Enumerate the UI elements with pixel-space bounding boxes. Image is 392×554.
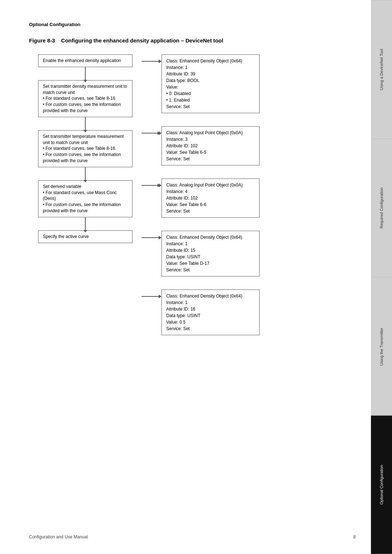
right-flow: Class: Enhanced Density Object (0x64) In… — [142, 54, 348, 335]
right-row-row5: Class: Enhanced Density Object (0x64) In… — [142, 290, 348, 335]
arrow-wrap-row5 — [142, 295, 162, 298]
tab-optional-label: Optional Configuration — [379, 465, 384, 505]
arrow-head2-row2 — [159, 131, 162, 135]
arrow-head-row1 — [159, 59, 162, 63]
tab-transmitter[interactable]: Using the Transmitter — [371, 277, 392, 416]
v-connector-2 — [85, 167, 86, 180]
section-heading: Optional Configuration — [29, 22, 348, 27]
v-connector-3 — [85, 217, 86, 230]
right-box-row5: Class: Enhanced Density Object (0x64) In… — [162, 290, 260, 335]
footer-left: Configuration and Use Manual — [29, 534, 88, 539]
left-box-row2: Set transmitter density measurement unit… — [38, 80, 132, 117]
left-box-row4: Set derived variable • For standard curv… — [38, 180, 132, 217]
right-box-row2: Class: Analog Input Point Object (0x0A) … — [162, 126, 260, 165]
right-row-row3: Class: Analog Input Point Object (0x0A) … — [142, 178, 348, 218]
arrow-line-row5 — [142, 296, 159, 297]
right-spacer-0 — [142, 113, 348, 126]
arrow-wrap-row3 — [142, 184, 162, 187]
main-content: Optional Configuration Figure 8-3 Config… — [0, 0, 370, 364]
left-flow: Enable the enhanced density applicationS… — [29, 54, 142, 335]
tab-required-label: Required Configuration — [379, 188, 384, 229]
arrow-head2-row3 — [159, 184, 162, 187]
footer-right: 8 — [353, 534, 356, 539]
tab-required[interactable]: Required Configuration — [371, 139, 392, 277]
figure-title: Figure 8-3 Configuring the enhanced dens… — [29, 37, 348, 44]
tab-optional[interactable]: Optional Configuration — [371, 415, 392, 554]
right-row-row4: Class: Enhanced Density Object (0x64) In… — [142, 231, 348, 276]
right-spacer-3 — [142, 276, 348, 290]
right-row-row1: Class: Enhanced Density Object (0x64) In… — [142, 54, 348, 113]
right-spacer-1 — [142, 165, 348, 178]
left-box-row3: Set transmitter temperature measurement … — [38, 130, 132, 167]
v-connector-1 — [85, 117, 86, 130]
sidebar-right: Using a DeviceNet Tool Required Configur… — [371, 0, 392, 554]
arrow-head-row4 — [159, 236, 162, 239]
right-row-row2: Class: Analog Input Point Object (0x0A) … — [142, 126, 348, 165]
diagram-wrapper: Enable the enhanced density applicationS… — [29, 54, 348, 335]
right-box-row4: Class: Enhanced Density Object (0x64) In… — [162, 231, 260, 276]
arrow-wrap-row1 — [142, 59, 162, 63]
figure-title-text: Configuring the enhanced density applica… — [61, 37, 223, 44]
right-box-row3: Class: Analog Input Point Object (0x0A) … — [162, 178, 260, 218]
arrow-head-row5 — [159, 295, 162, 298]
v-connector-0 — [85, 67, 86, 80]
right-spacer-2 — [142, 218, 348, 231]
tab-devicenet-label: Using a DeviceNet Tool — [379, 49, 384, 90]
tab-devicenet[interactable]: Using a DeviceNet Tool — [371, 0, 392, 139]
right-box-row1: Class: Enhanced Density Object (0x64) In… — [162, 54, 260, 113]
figure-number: Figure 8-3 — [29, 37, 55, 44]
arrow-line-row4 — [142, 237, 159, 238]
arrow-line-row1 — [142, 61, 159, 62]
arrow-wrap-row2 — [142, 131, 162, 135]
arrow-line-row3 — [142, 185, 158, 186]
left-box-row1: Enable the enhanced density application — [38, 54, 132, 67]
arrow-wrap-row4 — [142, 236, 162, 239]
arrow-line-row2 — [142, 133, 158, 134]
tab-transmitter-label: Using the Transmitter — [379, 328, 384, 366]
